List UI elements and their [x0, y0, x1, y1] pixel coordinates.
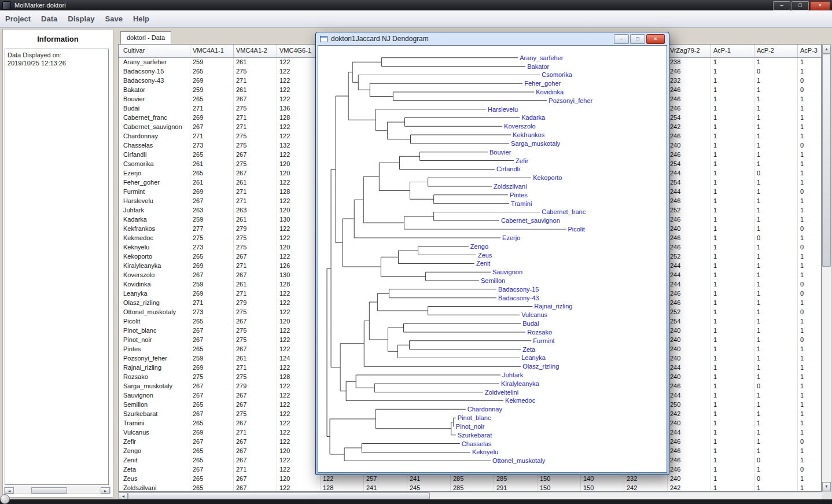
table-cell: 1: [754, 132, 798, 141]
column-header[interactable]: VMC4G6-1: [277, 45, 321, 57]
table-cell: 240: [668, 474, 711, 484]
table-cell: 275: [234, 308, 277, 317]
table-cell: 1: [754, 437, 798, 447]
table-cell: 1: [798, 150, 822, 160]
table-cell: 265: [190, 447, 234, 456]
table-cell: 257: [364, 474, 407, 484]
column-header[interactable]: VMC4A1-2: [234, 45, 277, 57]
menu-item-data[interactable]: Data: [36, 11, 62, 27]
corner-button[interactable]: [0, 494, 10, 504]
table-cell: 1: [754, 410, 798, 419]
dendrogram-leaf-label: Rajnai_rizling: [534, 303, 572, 310]
table-cell: 150: [538, 484, 581, 492]
table-cell: 122: [277, 197, 321, 206]
table-cell: 246: [668, 382, 711, 391]
table-cell: 254: [668, 113, 711, 123]
table-cell: 0: [798, 141, 822, 150]
table-cell: 128: [277, 113, 321, 123]
table-cell: 267: [190, 336, 234, 345]
scroll-down-icon[interactable]: ▼: [822, 482, 831, 491]
table-cell: 0: [754, 382, 798, 391]
table-cell: 246: [668, 67, 711, 76]
table-cell: 1: [798, 169, 822, 178]
table-cell: 1: [711, 345, 754, 354]
table-cell: 1: [798, 363, 822, 373]
dialog-maximize-button[interactable]: □: [630, 34, 645, 44]
table-cell: 1: [754, 104, 798, 113]
table-cell: 122: [277, 465, 321, 474]
dendrogram-leaf-label: Szurkebarat: [458, 432, 492, 439]
menu-item-help[interactable]: Help: [128, 11, 154, 27]
table-cell: 246: [668, 104, 711, 113]
table-cell: 1: [711, 123, 754, 132]
table-cell: Kadarka: [119, 215, 190, 225]
scrollbar-corner: [822, 492, 831, 500]
scroll-up-icon[interactable]: ▲: [822, 45, 831, 54]
table-cell: 1: [711, 299, 754, 308]
table-cell: 0: [754, 456, 798, 465]
scrollbar-thumb[interactable]: [822, 54, 831, 267]
column-header[interactable]: AcP-3: [798, 45, 822, 57]
column-header[interactable]: AcP-2: [754, 45, 798, 57]
scrollbar-thumb[interactable]: [31, 487, 67, 494]
column-header[interactable]: VMC4A1-1: [190, 45, 234, 57]
tab-doktori-data[interactable]: doktori - Data: [120, 31, 171, 44]
table-cell: 259: [190, 280, 234, 289]
menu-item-display[interactable]: Display: [62, 11, 100, 27]
table-cell: 1: [711, 456, 754, 465]
close-button[interactable]: ×: [810, 1, 830, 10]
table-cell: 120: [277, 474, 321, 484]
table-cell: 0: [798, 243, 822, 252]
table-cell: 120: [277, 243, 321, 252]
column-header[interactable]: AcP-1: [711, 45, 754, 57]
table-cell: 267: [234, 456, 277, 465]
table-cell: 1: [798, 58, 822, 67]
table-cell: Zeus: [119, 474, 190, 484]
maximize-button[interactable]: □: [791, 1, 809, 10]
table-cell: 1: [754, 317, 798, 326]
table-cell: 1: [711, 484, 754, 492]
table-cell: 261: [190, 160, 234, 169]
table-cell: 261: [190, 178, 234, 187]
column-header[interactable]: Cultivar: [119, 45, 190, 57]
dendrogram-leaf-label: Cirfandli: [496, 165, 520, 172]
table-cell: 122: [277, 410, 321, 419]
dialog-minimize-button[interactable]: –: [614, 34, 629, 44]
table-horizontal-scrollbar[interactable]: ◄ ►: [118, 492, 831, 500]
table-cell: 267: [234, 437, 277, 447]
table-cell: 1: [754, 271, 798, 280]
table-cell: 246: [668, 150, 711, 160]
table-cell: 1: [754, 58, 798, 67]
table-cell: 1: [754, 289, 798, 299]
table-row[interactable]: Zoldszilvani2652671221282412452852911501…: [119, 484, 821, 492]
table-row[interactable]: Zeus265267120122257241285285150140232240…: [119, 474, 821, 484]
minimize-button[interactable]: –: [773, 1, 790, 10]
menu-item-project[interactable]: Project: [0, 11, 36, 27]
scroll-left-icon[interactable]: ◄: [119, 492, 128, 499]
column-header[interactable]: VrZag79-2: [668, 45, 711, 57]
table-cell: 1: [754, 419, 798, 428]
table-cell: 1: [711, 252, 754, 262]
info-horizontal-scrollbar[interactable]: ◄ ►: [4, 487, 111, 494]
table-cell: 1: [754, 262, 798, 271]
app-icon: [2, 1, 11, 10]
dendrogram-leaf-label: Juhfark: [502, 371, 524, 378]
scroll-left-icon[interactable]: ◄: [5, 487, 14, 494]
table-cell: 261: [234, 354, 277, 363]
table-cell: Badacsony-43: [119, 76, 190, 86]
scrollbar-thumb[interactable]: [128, 492, 430, 499]
table-cell: 122: [277, 345, 321, 354]
title-bar[interactable]: MolMarker-doktori – □ ×: [0, 0, 832, 10]
dendrogram-leaf-label: Chasselas: [462, 440, 492, 447]
dialog-close-button[interactable]: ×: [646, 34, 665, 44]
table-cell: 252: [668, 206, 711, 215]
table-cell: 279: [234, 225, 277, 234]
table-cell: 0: [798, 289, 822, 299]
scroll-right-icon[interactable]: ►: [101, 487, 110, 494]
window-bottom-edge: [0, 499, 832, 504]
table-cell: 259: [190, 58, 234, 67]
menu-item-save[interactable]: Save: [100, 11, 128, 27]
table-vertical-scrollbar[interactable]: ▲ ▼: [822, 44, 831, 492]
table-cell: 265: [190, 484, 234, 492]
dialog-title-bar[interactable]: doktori1Jaccard NJ Dendogram – □ ×: [318, 32, 667, 45]
